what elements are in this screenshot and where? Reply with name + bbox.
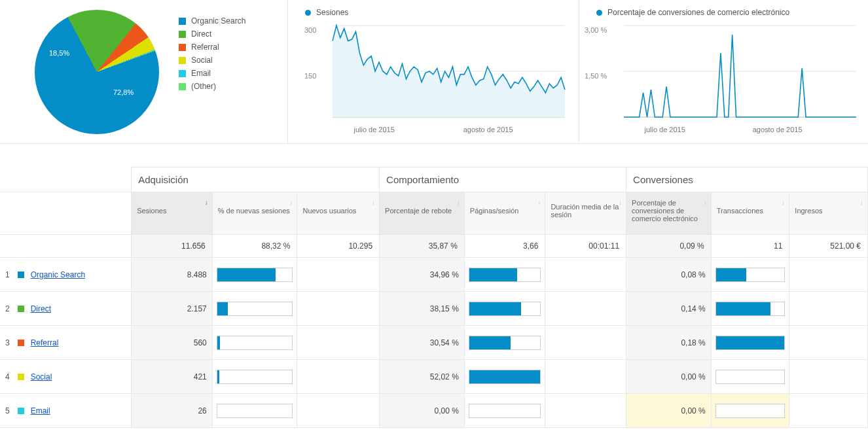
channels-pie-chart[interactable]: 72,8% 18,5% (35, 10, 159, 134)
cell-sessions: 8.488 (132, 258, 213, 292)
total-rev: 521,00 € (789, 235, 868, 258)
table-row: 1 Organic Search 8.488 34,96 % 0,08 % (0, 258, 868, 292)
legend-item[interactable]: (Other) (179, 82, 245, 91)
table-group-header-row: Adquisición Comportamiento Conversiones (0, 168, 868, 192)
row-index: 4 (5, 372, 13, 381)
table-row: 4 Social 421 52,02 % 0,00 % (0, 360, 868, 394)
legend-label: Email (191, 69, 211, 78)
legend-label: (Other) (191, 82, 216, 91)
col-header-sessions[interactable]: Sesiones↓ (132, 192, 213, 235)
cell-pct-new-bar (212, 394, 297, 428)
cell-conv-bar (711, 258, 789, 292)
cell-sessions: 421 (132, 360, 213, 394)
total-trans: 11 (711, 235, 789, 258)
row-index: 3 (5, 338, 13, 347)
x-tick-label: agosto de 2015 (753, 126, 803, 133)
top-charts-row: 72,8% 18,5% Organic SearchDirectReferral… (0, 0, 868, 144)
legend-label: Social (191, 56, 213, 65)
cell-conv-pct: 0,00 % (626, 394, 712, 428)
cell-pct-new-bar (212, 292, 297, 326)
cell-bounce: 0,00 % (380, 394, 465, 428)
group-header-acquisition: Adquisición (132, 168, 380, 192)
legend-item[interactable]: Email (179, 69, 245, 78)
group-header-conversions: Conversiones (626, 168, 868, 192)
y-tick-label: 150 (304, 72, 316, 80)
conversions-chart-title: Porcentaje de conversiones de comercio e… (607, 8, 789, 17)
cell-pct-new-bar (212, 360, 297, 394)
y-tick-label: 300 (304, 26, 316, 34)
group-header-behavior: Comportamiento (380, 168, 626, 192)
col-header-rev[interactable]: Ingresos↓ (789, 192, 868, 235)
cell-pct-new-bar (212, 258, 297, 292)
legend-item[interactable]: Referral (179, 43, 245, 52)
sessions-chart-title: Sesiones (316, 8, 348, 17)
row-swatch-icon (18, 408, 24, 414)
total-bounce: 35,87 % (380, 235, 465, 258)
cell-bounce: 30,54 % (380, 326, 465, 360)
channel-link[interactable]: Direct (31, 304, 51, 313)
cell-bounce-bar (464, 258, 545, 292)
cell-bounce-bar (464, 326, 545, 360)
cell-conv-pct: 0,18 % (626, 326, 712, 360)
legend-swatch-icon (179, 57, 186, 64)
series-dot-icon (596, 10, 602, 16)
col-header-bounce[interactable]: Porcentaje de rebote↓ (380, 192, 465, 235)
channel-link[interactable]: Social (31, 372, 52, 381)
y-tick-label: 1,50 % (585, 72, 607, 80)
legend-item[interactable]: Social (179, 56, 245, 65)
cell-sessions: 560 (132, 326, 213, 360)
cell-conv-bar (711, 326, 789, 360)
total-duration: 00:01:11 (545, 235, 626, 258)
sessions-chart-panel: Sesiones 300 150 julio de 2015 agosto de… (288, 0, 579, 143)
row-index: 5 (5, 406, 13, 415)
row-index: 1 (5, 270, 13, 279)
channel-link[interactable]: Referral (31, 338, 59, 347)
table-row: 2 Direct 2.157 38,15 % 0,14 % (0, 292, 868, 326)
cell-conv-pct: 0,00 % (626, 360, 712, 394)
x-tick-label: agosto de 2015 (463, 126, 513, 133)
cell-conv-bar (711, 394, 789, 428)
col-header-duration[interactable]: Duración media de la sesión↓ (545, 192, 626, 235)
cell-sessions: 26 (132, 394, 213, 428)
cell-pct-new-bar (212, 326, 297, 360)
total-pages: 3,66 (464, 235, 545, 258)
legend-item[interactable]: Direct (179, 29, 245, 39)
sessions-line-chart[interactable] (300, 22, 568, 120)
legend-label: Direct (191, 29, 211, 39)
channel-link[interactable]: Organic Search (31, 270, 85, 279)
col-header-pct-new[interactable]: % de nuevas sesiones↓ (212, 192, 297, 235)
cell-bounce: 38,15 % (380, 292, 465, 326)
cell-conv-bar (711, 360, 789, 394)
col-header-new-users[interactable]: Nuevos usuarios↓ (297, 192, 380, 235)
legend-swatch-icon (179, 44, 186, 51)
legend-swatch-icon (179, 31, 186, 38)
legend-swatch-icon (179, 18, 186, 25)
channels-table: Adquisición Comportamiento Conversiones … (0, 167, 868, 428)
pie-legend: Organic SearchDirectReferralSocialEmail(… (179, 16, 245, 95)
legend-item[interactable]: Organic Search (179, 16, 245, 26)
row-swatch-icon (18, 374, 24, 380)
pie-panel: 72,8% 18,5% Organic SearchDirectReferral… (0, 0, 288, 143)
row-index: 2 (5, 304, 13, 313)
col-header-pages[interactable]: Páginas/sesión↓ (464, 192, 545, 235)
col-header-conv-pct[interactable]: Porcentaje de conversiones de comercio e… (626, 192, 712, 235)
col-header-trans[interactable]: Transacciones↓ (711, 192, 789, 235)
cell-bounce-bar (464, 394, 545, 428)
row-swatch-icon (18, 306, 24, 312)
total-conv-pct: 0,09 % (626, 235, 712, 258)
pie-slice-label-minor: 18,5% (49, 49, 69, 57)
total-pct-new: 88,32 % (212, 235, 297, 258)
cell-conv-pct: 0,08 % (626, 258, 712, 292)
conversions-line-chart[interactable] (591, 22, 859, 120)
conversions-chart-panel: Porcentaje de conversiones de comercio e… (579, 0, 867, 143)
legend-swatch-icon (179, 83, 186, 90)
cell-bounce: 34,96 % (380, 258, 465, 292)
legend-label: Referral (191, 43, 219, 52)
table-column-header-row: Sesiones↓ % de nuevas sesiones↓ Nuevos u… (0, 192, 868, 235)
row-swatch-icon (18, 272, 24, 278)
row-swatch-icon (18, 340, 24, 346)
table-row: 3 Referral 560 30,54 % 0,18 % (0, 326, 868, 360)
channel-link[interactable]: Email (31, 406, 50, 415)
x-tick-label: julio de 2015 (644, 126, 685, 133)
pie-slice-label-major: 72,8% (113, 88, 134, 96)
